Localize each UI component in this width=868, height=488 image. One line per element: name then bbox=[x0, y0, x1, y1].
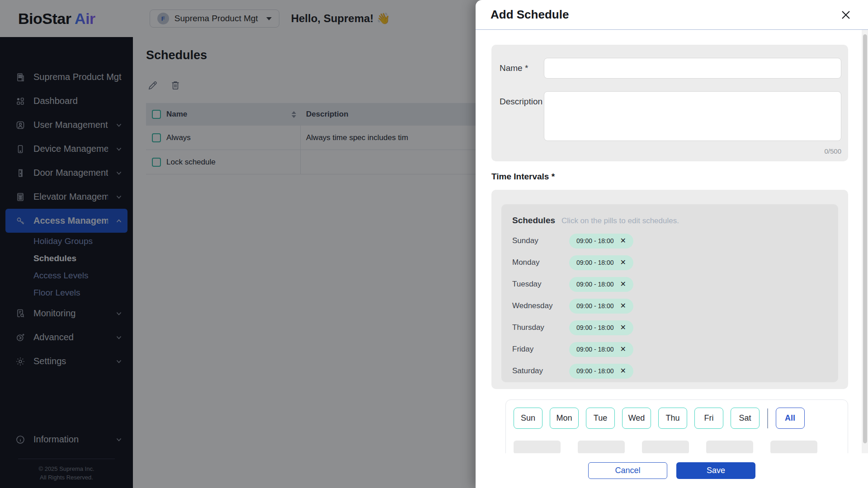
day-row-saturday: Saturday 09:00 - 18:00✕ bbox=[512, 360, 827, 382]
day-row-tuesday: Tuesday 09:00 - 18:00✕ bbox=[512, 273, 827, 295]
day-label: Tuesday bbox=[512, 280, 569, 289]
day-button-mon[interactable]: Mon bbox=[550, 408, 579, 429]
time-pill[interactable]: 09:00 - 18:00✕ bbox=[569, 299, 633, 314]
add-schedule-modal: Add Schedule Name * Description 0/500 Ti… bbox=[476, 0, 868, 488]
description-label: Description bbox=[500, 91, 544, 141]
time-range: 09:00 - 18:00 bbox=[576, 281, 614, 288]
remove-interval-icon[interactable]: ✕ bbox=[620, 367, 626, 375]
vertical-divider bbox=[767, 408, 768, 428]
day-button-sun[interactable]: Sun bbox=[514, 408, 542, 429]
day-button-sat[interactable]: Sat bbox=[731, 408, 760, 429]
time-range: 09:00 - 18:00 bbox=[576, 324, 614, 331]
char-counter: 0/500 bbox=[500, 147, 841, 155]
remove-interval-icon[interactable]: ✕ bbox=[620, 302, 626, 310]
day-row-thursday: Thursday 09:00 - 18:00✕ bbox=[512, 317, 827, 338]
time-pill[interactable]: 09:00 - 18:00✕ bbox=[569, 342, 633, 357]
time-pill[interactable]: 09:00 - 18:00✕ bbox=[569, 364, 633, 379]
remove-interval-icon[interactable]: ✕ bbox=[620, 324, 626, 331]
name-label: Name * bbox=[500, 58, 544, 79]
remove-interval-icon[interactable]: ✕ bbox=[620, 259, 626, 266]
day-label: Saturday bbox=[512, 366, 569, 375]
time-pill[interactable]: 09:00 - 18:00✕ bbox=[569, 277, 633, 292]
schedules-panel: Schedules Click on the pills to edit sch… bbox=[501, 204, 838, 382]
day-button-thu[interactable]: Thu bbox=[658, 408, 687, 429]
day-label: Wednesday bbox=[512, 301, 569, 310]
name-description-panel: Name * Description 0/500 bbox=[491, 45, 848, 161]
time-grid-partial bbox=[514, 441, 848, 454]
name-input[interactable] bbox=[544, 58, 841, 79]
cancel-button[interactable]: Cancel bbox=[588, 462, 667, 479]
remove-interval-icon[interactable]: ✕ bbox=[620, 237, 626, 244]
day-label: Friday bbox=[512, 345, 569, 354]
time-intervals-panel: Schedules Click on the pills to edit sch… bbox=[491, 190, 848, 389]
modal-header: Add Schedule bbox=[476, 0, 868, 30]
day-label: Sunday bbox=[512, 236, 569, 245]
modal-scrollbar[interactable] bbox=[862, 30, 868, 453]
day-row-sunday: Sunday 09:00 - 18:00✕ bbox=[512, 230, 827, 252]
time-range: 09:00 - 18:00 bbox=[576, 346, 614, 353]
time-pill[interactable]: 09:00 - 18:00✕ bbox=[569, 255, 633, 270]
remove-interval-icon[interactable]: ✕ bbox=[620, 346, 626, 353]
schedules-label: Schedules bbox=[512, 216, 555, 225]
app-root: BioStar Air F Suprema Product Mgt Hello,… bbox=[0, 0, 868, 488]
day-label: Thursday bbox=[512, 323, 569, 332]
remove-interval-icon[interactable]: ✕ bbox=[620, 281, 626, 288]
close-icon[interactable] bbox=[838, 7, 854, 23]
day-button-all[interactable]: All bbox=[776, 408, 805, 429]
time-range: 09:00 - 18:00 bbox=[576, 237, 614, 244]
schedules-hint: Click on the pills to edit schedules. bbox=[561, 216, 679, 225]
modal-title: Add Schedule bbox=[491, 8, 569, 22]
time-pill[interactable]: 09:00 - 18:00✕ bbox=[569, 234, 633, 249]
time-pill[interactable]: 09:00 - 18:00✕ bbox=[569, 320, 633, 335]
day-button-fri[interactable]: Fri bbox=[694, 408, 723, 429]
modal-footer: Cancel Save bbox=[476, 453, 868, 488]
day-label: Monday bbox=[512, 258, 569, 267]
day-button-tue[interactable]: Tue bbox=[586, 408, 615, 429]
save-button[interactable]: Save bbox=[676, 462, 755, 479]
time-intervals-title: Time Intervals * bbox=[491, 172, 868, 182]
scrollbar-thumb[interactable] bbox=[863, 34, 867, 443]
time-range: 09:00 - 18:00 bbox=[576, 367, 614, 375]
description-input[interactable] bbox=[544, 91, 841, 141]
day-row-monday: Monday 09:00 - 18:00✕ bbox=[512, 252, 827, 273]
day-button-wed[interactable]: Wed bbox=[622, 408, 651, 429]
time-range: 09:00 - 18:00 bbox=[576, 259, 614, 266]
time-range: 09:00 - 18:00 bbox=[576, 302, 614, 310]
day-row-friday: Friday 09:00 - 18:00✕ bbox=[512, 338, 827, 360]
day-row-wednesday: Wednesday 09:00 - 18:00✕ bbox=[512, 295, 827, 317]
